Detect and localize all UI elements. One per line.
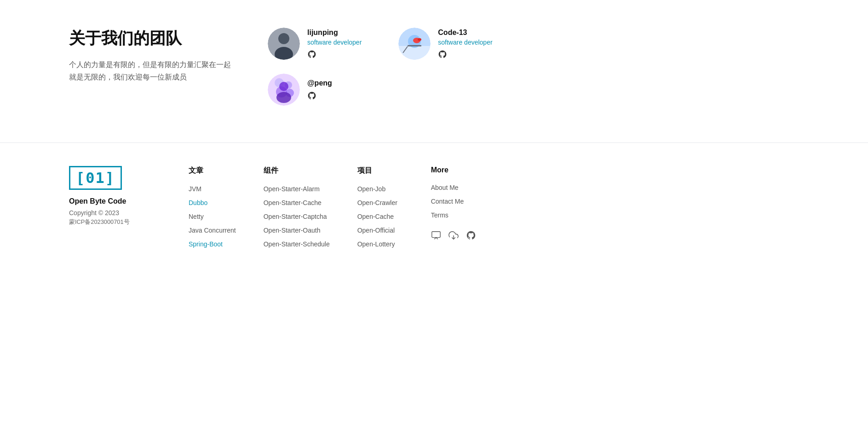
footer-more-list: About Me Contact Me Terms: [431, 183, 486, 219]
brand-icp: 蒙ICP备2023000701号: [69, 218, 161, 226]
member-code13: Code-13 software developer: [398, 28, 492, 60]
footer-link-alarm[interactable]: Open-Starter-Alarm: [264, 185, 320, 193]
member-name-code13: Code-13: [438, 29, 492, 37]
list-item: Open-Starter-Cache: [264, 199, 330, 207]
list-item: Open-Starter-Schedule: [264, 240, 330, 248]
list-item: Spring-Boot: [189, 240, 236, 248]
github-link-lijunping[interactable]: [307, 50, 362, 59]
footer-link-cache[interactable]: Open-Starter-Cache: [264, 199, 322, 206]
list-item: Open-Official: [357, 226, 403, 234]
team-members: lijunping software developer: [268, 28, 799, 106]
footer-link-spring-boot[interactable]: Spring-Boot: [189, 240, 223, 248]
member-role-code13: software developer: [438, 39, 492, 46]
list-item: Open-Starter-Oauth: [264, 226, 330, 234]
avatar-peng: [268, 74, 300, 106]
svg-point-16: [276, 92, 291, 103]
member-info-code13: Code-13 software developer: [438, 29, 492, 59]
footer-link-open-job[interactable]: Open-Job: [357, 185, 385, 193]
footer-articles-list: JVM Dubbo Netty Java Concurrent Spring-B…: [189, 185, 236, 248]
list-item: Dubbo: [189, 199, 236, 207]
list-item: Open-Starter-Alarm: [264, 185, 330, 193]
team-intro: 关于我们的团队 个人的力量是有限的，但是有限的力量汇聚在一起 就是无限的，我们欢…: [69, 28, 231, 83]
github-icon-peng: [307, 91, 316, 100]
member-name-lijunping: lijunping: [307, 29, 362, 37]
footer-col-title-articles: 文章: [189, 166, 236, 176]
footer-link-dubbo[interactable]: Dubbo: [189, 199, 207, 206]
svg-point-1: [278, 33, 289, 44]
member-lijunping: lijunping software developer: [268, 28, 362, 60]
footer-col-components: 组件 Open-Starter-Alarm Open-Starter-Cache…: [264, 166, 330, 248]
avatar-code13: [398, 28, 431, 60]
list-item: About Me: [431, 183, 486, 192]
member-peng: @peng: [268, 74, 332, 106]
footer-columns: 文章 JVM Dubbo Netty Java Concurrent Sprin…: [189, 166, 799, 248]
footer-github-icon[interactable]: [466, 230, 476, 240]
list-item: Open-Cache: [357, 212, 403, 221]
footer-brand: [01] Open Byte Code Copyright © 2023 蒙IC…: [69, 166, 161, 226]
footer-col-title-more: More: [431, 166, 486, 174]
team-description: 个人的力量是有限的，但是有限的力量汇聚在一起 就是无限的，我们欢迎每一位新成员: [69, 58, 231, 83]
footer-components-list: Open-Starter-Alarm Open-Starter-Cache Op…: [264, 185, 330, 248]
member-info-lijunping: lijunping software developer: [307, 29, 362, 59]
list-item: Open-Lottery: [357, 240, 403, 248]
avatar-lijunping: [268, 28, 300, 60]
team-row-2: @peng: [268, 74, 799, 106]
download-icon[interactable]: [448, 230, 459, 240]
footer-col-articles: 文章 JVM Dubbo Netty Java Concurrent Sprin…: [189, 166, 236, 248]
footer-link-netty[interactable]: Netty: [189, 213, 204, 220]
tv-icon[interactable]: [431, 230, 441, 240]
list-item: Open-Starter-Captcha: [264, 212, 330, 221]
footer-link-about-me[interactable]: About Me: [431, 184, 459, 191]
list-item: JVM: [189, 185, 236, 193]
footer-link-contact-me[interactable]: Contact Me: [431, 198, 464, 205]
footer-social-icons: [431, 230, 486, 240]
member-info-peng: @peng: [307, 79, 332, 100]
footer-link-java-concurrent[interactable]: Java Concurrent: [189, 227, 236, 234]
brand-name: Open Byte Code: [69, 197, 161, 205]
footer-link-captcha[interactable]: Open-Starter-Captcha: [264, 213, 327, 220]
footer-link-terms[interactable]: Terms: [431, 211, 448, 219]
member-name-peng: @peng: [307, 79, 332, 87]
member-role-lijunping: software developer: [307, 39, 362, 46]
footer: [01] Open Byte Code Copyright © 2023 蒙IC…: [0, 143, 868, 267]
footer-link-oauth[interactable]: Open-Starter-Oauth: [264, 227, 321, 234]
github-icon-lijunping: [307, 50, 316, 59]
list-item: Open-Job: [357, 185, 403, 193]
svg-point-15: [279, 82, 288, 91]
github-link-code13[interactable]: [438, 50, 492, 59]
list-item: Terms: [431, 211, 486, 219]
brand-copyright: Copyright © 2023: [69, 209, 161, 217]
list-item: Netty: [189, 212, 236, 221]
svg-rect-17: [432, 232, 440, 238]
list-item: Java Concurrent: [189, 226, 236, 234]
footer-col-title-projects: 项目: [357, 166, 403, 176]
footer-projects-list: Open-Job Open-Crawler Open-Cache Open-Of…: [357, 185, 403, 248]
footer-link-open-crawler[interactable]: Open-Crawler: [357, 199, 397, 206]
footer-link-open-official[interactable]: Open-Official: [357, 227, 395, 234]
footer-col-more: More About Me Contact Me Terms: [431, 166, 486, 248]
footer-link-open-cache[interactable]: Open-Cache: [357, 213, 394, 220]
team-title: 关于我们的团队: [69, 28, 231, 49]
footer-link-open-lottery[interactable]: Open-Lottery: [357, 240, 395, 248]
footer-col-projects: 项目 Open-Job Open-Crawler Open-Cache Open…: [357, 166, 403, 248]
github-icon-code13: [438, 50, 447, 59]
brand-logo: [01]: [69, 166, 122, 190]
footer-link-schedule[interactable]: Open-Starter-Schedule: [264, 240, 330, 248]
footer-col-title-components: 组件: [264, 166, 330, 176]
list-item: Open-Crawler: [357, 199, 403, 207]
svg-rect-8: [408, 45, 421, 46]
team-section: 关于我们的团队 个人的力量是有限的，但是有限的力量汇聚在一起 就是无限的，我们欢…: [0, 0, 868, 143]
svg-point-7: [418, 38, 421, 41]
list-item: Contact Me: [431, 197, 486, 205]
footer-link-jvm[interactable]: JVM: [189, 185, 201, 193]
team-row-1: lijunping software developer: [268, 28, 799, 60]
github-link-peng[interactable]: [307, 91, 332, 100]
